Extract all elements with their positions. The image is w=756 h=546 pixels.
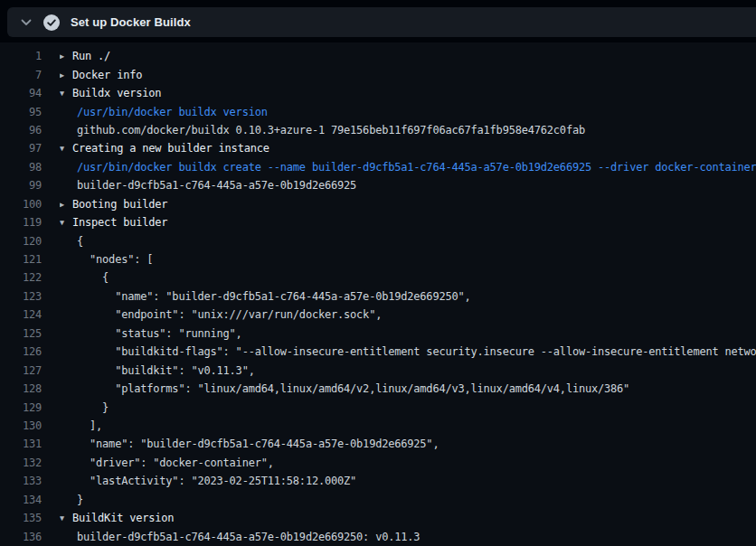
line-number[interactable]: 123 [0, 290, 42, 303]
log-line: 136builder-d9cfb5a1-c764-445a-a57e-0b19d… [0, 527, 756, 545]
log-line[interactable]: 97▼Creating a new builder instance [0, 139, 756, 157]
group-title: Run ./ [72, 50, 110, 62]
log-line: 120{ [0, 231, 756, 249]
group-title: BuildKit version [72, 512, 174, 524]
triangle-right-icon[interactable]: ▶ [60, 71, 72, 80]
line-number[interactable]: 96 [0, 124, 42, 136]
log-line: 132 "driver": "docker-container", [0, 454, 756, 472]
group-line-content: ▼BuildKit version [60, 512, 756, 524]
triangle-down-icon[interactable]: ▼ [60, 144, 72, 153]
line-number[interactable]: 135 [0, 512, 42, 524]
log-line: 123 "name": "builder-d9cfb5a1-c764-445a-… [0, 287, 756, 306]
log-line: 124 "endpoint": "unix:///var/run/docker.… [0, 306, 756, 324]
log-line: 95/usr/bin/docker buildx version [0, 102, 756, 120]
group-line-content: ▼Buildx version [60, 87, 756, 99]
triangle-down-icon[interactable]: ▼ [60, 513, 72, 522]
output-line-content: "driver": "docker-container", [60, 457, 756, 469]
log-lines: 1▶Run ./7▶Docker info94▼Buildx version95… [0, 42, 756, 546]
line-number[interactable]: 131 [0, 438, 42, 450]
output-line-content: "nodes": [ [60, 253, 756, 266]
line-number[interactable]: 7 [0, 69, 42, 81]
log-line: 126 "buildkitd-flags": "--allow-insecure… [0, 343, 756, 361]
output-line-content: builder-d9cfb5a1-c764-445a-a57e-0b19d2e6… [60, 531, 756, 543]
group-title: Buildx version [72, 87, 161, 99]
output-line-content: "name": "builder-d9cfb5a1-c764-445a-a57e… [60, 438, 756, 450]
output-line-content: "name": "builder-d9cfb5a1-c764-445a-a57e… [60, 290, 756, 303]
line-number[interactable]: 129 [0, 401, 42, 414]
output-line-content: { [60, 271, 756, 284]
log-line: 129 } [0, 398, 756, 416]
group-line-content: ▼Inspect builder [60, 216, 756, 229]
group-title: Booting builder [72, 198, 167, 211]
output-line-content: builder-d9cfb5a1-c764-445a-a57e-0b19d2e6… [60, 179, 756, 192]
check-circle-icon [43, 14, 60, 31]
line-number[interactable]: 94 [0, 87, 42, 99]
line-number[interactable]: 120 [0, 235, 42, 248]
output-line-content: github.com/docker/buildx 0.10.3+azure-1 … [60, 124, 756, 136]
line-number[interactable]: 99 [0, 179, 42, 192]
log-line: 121 "nodes": [ [0, 250, 756, 268]
line-number[interactable]: 133 [0, 475, 42, 487]
output-line-content: "buildkit": "v0.11.3", [60, 364, 756, 377]
log-line: 134} [0, 491, 756, 509]
triangle-right-icon[interactable]: ▶ [60, 52, 72, 61]
log-line: 99builder-d9cfb5a1-c764-445a-a57e-0b19d2… [0, 176, 756, 194]
line-number[interactable]: 1 [0, 50, 42, 62]
triangle-down-icon[interactable]: ▼ [60, 218, 72, 227]
log-line: 98/usr/bin/docker buildx create --name b… [0, 158, 756, 176]
output-line-content: "lastActivity": "2023-02-25T11:58:12.000… [60, 475, 756, 487]
log-line: 122 { [0, 268, 756, 287]
line-number[interactable]: 97 [0, 142, 42, 155]
group-line-content: ▼Creating a new builder instance [60, 142, 756, 155]
output-line-content: "endpoint": "unix:///var/run/docker.sock… [60, 308, 756, 321]
group-line-content: ▶Run ./ [60, 50, 756, 62]
log-line[interactable]: 1▶Run ./ [0, 47, 756, 65]
group-title: Creating a new builder instance [72, 142, 269, 155]
log-line[interactable]: 119▼Inspect builder [0, 213, 756, 231]
log-line[interactable]: 94▼Buildx version [0, 84, 756, 102]
line-number[interactable]: 124 [0, 308, 42, 321]
output-line-content: { [60, 235, 756, 248]
line-number[interactable]: 119 [0, 216, 42, 229]
log-line: 125 "status": "running", [0, 325, 756, 343]
output-line-content: ], [60, 419, 756, 432]
command-line-content: /usr/bin/docker buildx create --name bui… [60, 161, 756, 174]
log-line: 96github.com/docker/buildx 0.10.3+azure-… [0, 121, 756, 139]
log-line: 128 "platforms": "linux/amd64,linux/amd6… [0, 380, 756, 398]
log-line: 131 "name": "builder-d9cfb5a1-c764-445a-… [0, 435, 756, 453]
line-number[interactable]: 132 [0, 457, 42, 469]
output-line-content: "buildkitd-flags": "--allow-insecure-ent… [60, 345, 756, 358]
line-number[interactable]: 95 [0, 106, 42, 118]
chevron-down-icon[interactable] [20, 16, 33, 29]
line-number[interactable]: 136 [0, 531, 42, 543]
line-number[interactable]: 128 [0, 382, 42, 395]
group-title: Inspect builder [72, 216, 167, 229]
line-number[interactable]: 126 [0, 345, 42, 358]
step-title: Set up Docker Buildx [71, 15, 191, 29]
line-number[interactable]: 134 [0, 494, 42, 506]
line-number[interactable]: 122 [0, 271, 42, 284]
triangle-down-icon[interactable]: ▼ [60, 89, 72, 98]
output-line-content: } [60, 401, 756, 414]
log-line: 130 ], [0, 417, 756, 435]
log-line: 127 "buildkit": "v0.11.3", [0, 361, 756, 379]
output-line-content: "platforms": "linux/amd64,linux/amd64/v2… [60, 382, 756, 395]
step-header[interactable]: Set up Docker Buildx [7, 7, 756, 37]
log-line[interactable]: 7▶Docker info [0, 65, 756, 83]
line-number[interactable]: 98 [0, 161, 42, 174]
line-number[interactable]: 127 [0, 364, 42, 377]
line-number[interactable]: 121 [0, 253, 42, 266]
line-number[interactable]: 125 [0, 327, 42, 340]
line-number[interactable]: 130 [0, 419, 42, 432]
group-title: Docker info [72, 69, 142, 81]
output-line-content: } [60, 494, 756, 506]
group-line-content: ▶Booting builder [60, 198, 756, 211]
log-line[interactable]: 100▶Booting builder [0, 195, 756, 213]
output-line-content: "status": "running", [60, 327, 756, 340]
command-line-content: /usr/bin/docker buildx version [60, 106, 756, 118]
log-line[interactable]: 135▼BuildKit version [0, 509, 756, 527]
group-line-content: ▶Docker info [60, 69, 756, 81]
line-number[interactable]: 100 [0, 198, 42, 211]
triangle-right-icon[interactable]: ▶ [60, 200, 72, 209]
log-line: 133 "lastActivity": "2023-02-25T11:58:12… [0, 472, 756, 490]
